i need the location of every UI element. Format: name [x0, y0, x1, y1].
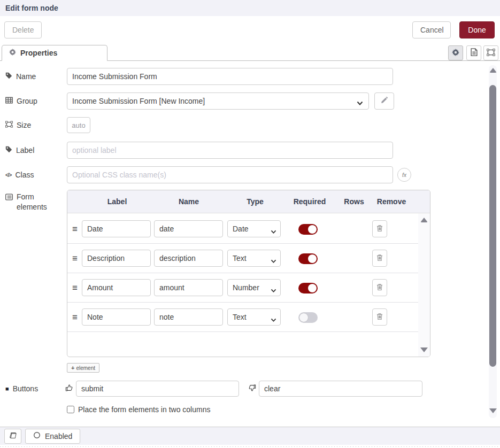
required-toggle[interactable]	[298, 283, 318, 293]
element-type-value: Text	[233, 313, 247, 321]
object-group-icon	[5, 121, 13, 129]
element-label-input[interactable]	[82, 279, 151, 296]
badge-frame-icon	[487, 49, 495, 58]
dialog-title: Edit form node	[5, 4, 58, 12]
two-columns-checkbox[interactable]	[67, 406, 74, 413]
cancel-button[interactable]: Cancel	[412, 21, 451, 38]
field-row-label: Label	[5, 142, 393, 159]
element-label-input[interactable]	[82, 308, 151, 326]
drag-handle-icon[interactable]: ≡	[72, 273, 78, 303]
panel-scroll-thumb[interactable]	[489, 85, 496, 367]
form-elements-table-header: Label Name Type Required Rows Remove	[67, 190, 430, 213]
element-type-select[interactable]: Date	[227, 220, 281, 237]
toggle-knob	[299, 313, 308, 322]
remove-element-button[interactable]	[372, 220, 387, 237]
chevron-down-icon	[271, 257, 276, 265]
trash-icon	[376, 254, 383, 263]
trash-icon	[376, 313, 383, 322]
element-label-input[interactable]	[82, 250, 151, 267]
add-element-button[interactable]: + element	[67, 363, 99, 373]
toggle-knob	[308, 284, 317, 292]
scroll-up-arrow[interactable]	[420, 218, 428, 222]
thumbs-down-icon	[248, 384, 256, 393]
panel-scroll-up-arrow[interactable]	[489, 68, 497, 73]
label-input[interactable]	[67, 142, 393, 159]
chevron-down-icon	[357, 99, 363, 107]
submit-button-text-input[interactable]	[76, 381, 239, 397]
tab-properties[interactable]: Properties	[2, 45, 107, 61]
class-input[interactable]	[67, 166, 393, 183]
done-button[interactable]: Done	[459, 21, 495, 38]
dialog-footer: Enabled	[0, 427, 500, 445]
fx-expand-button[interactable]: fx	[397, 168, 411, 182]
column-header-required: Required	[294, 190, 326, 213]
size-field-label: Size	[5, 121, 67, 129]
name-input[interactable]	[67, 68, 393, 85]
chevron-down-icon	[271, 315, 276, 324]
form-elements-scrollbar	[418, 213, 430, 357]
grid-dots	[0, 446, 500, 447]
element-type-value: Date	[233, 225, 249, 233]
circle-icon	[33, 431, 41, 441]
element-type-select[interactable]: Text	[227, 250, 281, 267]
element-name-input[interactable]	[154, 279, 223, 296]
remove-element-button[interactable]	[372, 250, 387, 267]
toggle-knob	[308, 254, 317, 263]
appearance-icon-button[interactable]	[483, 45, 498, 60]
panel-scrollbar	[489, 65, 497, 418]
square-icon: ■	[5, 385, 9, 392]
element-name-input[interactable]	[154, 220, 223, 237]
required-toggle[interactable]	[298, 253, 318, 264]
group-select[interactable]: Income Submission Form [New Income]	[67, 92, 369, 110]
dialog-actionbar: Delete Cancel Done	[0, 16, 500, 45]
dialog-titlebar: Edit form node	[0, 0, 500, 16]
column-header-type: Type	[247, 190, 264, 213]
column-header-name: Name	[179, 190, 199, 213]
element-type-value: Number	[233, 283, 259, 292]
column-header-remove: Remove	[377, 190, 406, 213]
label-field-label: Label	[5, 146, 67, 155]
gear-icon	[452, 49, 459, 58]
form-elements-table: Label Name Type Required Rows Remove ≡ D…	[67, 190, 430, 357]
edit-group-button[interactable]	[374, 92, 394, 110]
element-name-input[interactable]	[154, 250, 223, 267]
table-icon	[5, 97, 13, 105]
element-type-select[interactable]: Text	[227, 308, 281, 326]
clear-button-text-input[interactable]	[259, 381, 422, 397]
field-row-size: Size auto	[5, 117, 90, 133]
description-icon-button[interactable]	[466, 45, 481, 60]
required-toggle[interactable]	[298, 312, 318, 323]
remove-element-button[interactable]	[372, 279, 387, 296]
group-field-label: Group	[5, 97, 67, 105]
trash-icon	[376, 283, 383, 292]
group-select-value: Income Submission Form [New Income]	[72, 97, 205, 105]
node-enabled-toggle-button[interactable]: Enabled	[25, 429, 80, 444]
form-elements-list: ≡ Date ≡ Text	[67, 213, 418, 357]
element-label-input[interactable]	[82, 220, 151, 237]
two-columns-checkbox-label: Place the form elements in two columns	[78, 405, 210, 414]
drag-handle-icon[interactable]: ≡	[72, 214, 78, 244]
book-icon	[9, 432, 17, 441]
properties-icon-button[interactable]	[448, 45, 463, 60]
column-header-label: Label	[107, 190, 127, 213]
add-element-label: element	[76, 365, 95, 371]
trash-icon	[376, 225, 383, 234]
drag-handle-icon[interactable]: ≡	[72, 303, 78, 332]
size-auto-button[interactable]: auto	[67, 117, 90, 133]
scroll-down-arrow[interactable]	[420, 347, 428, 352]
drag-handle-icon[interactable]: ≡	[72, 244, 78, 273]
element-type-value: Text	[233, 254, 247, 262]
name-field-label: Name	[5, 72, 67, 81]
element-name-input[interactable]	[154, 308, 223, 326]
element-type-select[interactable]: Number	[227, 279, 281, 296]
node-help-button[interactable]	[4, 429, 21, 444]
class-field-label: </> Class	[5, 171, 67, 179]
panel-scroll-down-arrow[interactable]	[489, 408, 497, 413]
buttons-field-label: ■ Buttons	[5, 384, 65, 393]
document-icon	[471, 48, 478, 58]
workspace-grid-strip	[0, 445, 500, 448]
required-toggle[interactable]	[298, 224, 318, 235]
form-element-row: ≡ Text	[67, 244, 418, 273]
delete-button[interactable]: Delete	[4, 21, 42, 38]
remove-element-button[interactable]	[372, 308, 387, 326]
